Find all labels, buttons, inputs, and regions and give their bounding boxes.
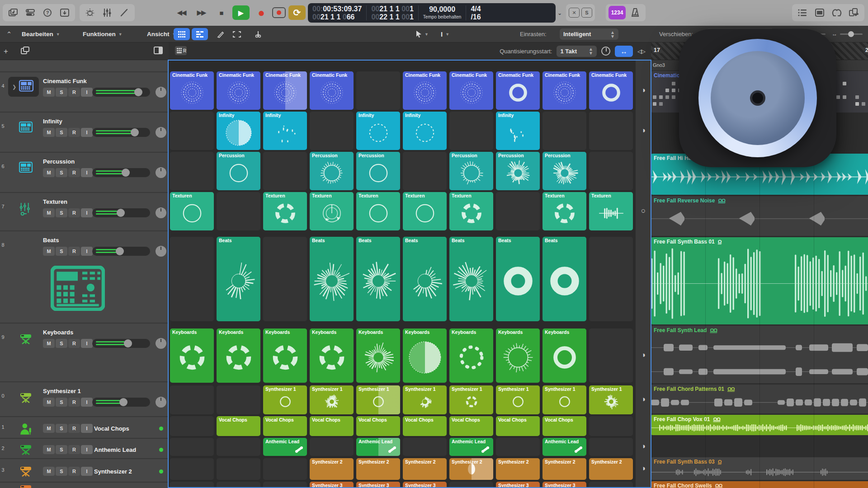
live-loop-cell[interactable]: Infinity [403,112,447,150]
solo-mode-button[interactable]: S [581,8,592,18]
empty-cell-slot[interactable] [589,112,633,150]
live-loop-cell[interactable]: Synthesizer 2 [542,458,586,480]
live-loop-cell[interactable]: Vocal Chops [449,416,493,436]
live-loop-cell[interactable]: Cinematic Funk [449,71,493,110]
duplicate-track-icon[interactable] [21,47,29,56]
empty-cell-slot[interactable] [170,482,214,488]
live-loop-cell[interactable]: Keyboards [449,328,493,383]
live-loop-cell[interactable]: Keyboards [356,328,400,383]
live-loop-cell[interactable]: Synthesizer 3 [542,482,586,488]
quantize-start-dropdown[interactable]: 1 Takt▲▼ [557,46,597,57]
live-loop-cell[interactable]: Percussion [310,152,354,190]
s-button[interactable]: S [56,168,67,177]
s-button[interactable]: S [56,445,67,454]
r-button[interactable]: R [68,467,80,476]
inspector-icon[interactable] [57,6,72,19]
empty-cell-slot[interactable] [310,112,354,150]
live-loop-cell[interactable]: Anthemic Lead [542,438,586,456]
empty-cell-slot[interactable] [170,237,214,321]
empty-cell-slot[interactable] [542,112,586,150]
hide-grid-icon[interactable]: ⌃ [1,28,17,40]
pan-knob[interactable] [156,87,166,98]
empty-cell-slot[interactable] [263,152,307,190]
i-button[interactable]: I [81,398,93,407]
track-header-row[interactable]: 9KeyboardsMSRI [0,323,169,382]
input-monitor-dot[interactable] [159,448,163,452]
empty-cell-slot[interactable] [170,416,214,436]
live-loop-cell[interactable]: Beats [310,237,354,321]
volume-slider[interactable] [92,88,150,97]
live-loop-cell[interactable]: Keyboards [263,328,307,383]
dial-icon[interactable] [82,6,98,19]
horizontal-zoom-slider[interactable]: ↔ [832,31,863,37]
live-loop-cell[interactable]: Vocal Chops [217,416,260,436]
s-button[interactable]: S [56,398,67,407]
live-loop-cell[interactable]: Texturen [170,192,214,230]
expand-columns-button[interactable]: ↔ [615,46,633,57]
live-loop-cell[interactable]: Vocal Chops [310,416,354,436]
m-button[interactable]: M [43,247,55,256]
row-play-indicator[interactable]: ◑ [636,395,651,404]
empty-cell-slot[interactable] [449,112,493,150]
s-button[interactable]: S [56,128,67,137]
empty-cell-slot[interactable] [217,192,260,230]
live-loop-cell[interactable]: Vocal Chops [263,416,307,436]
live-loop-cell[interactable]: Beats [356,237,400,321]
empty-cell-slot[interactable] [217,385,260,414]
live-loop-cell[interactable]: Cinematic Funk [496,71,540,110]
pointer-tool-menu[interactable]: ▼ [416,26,429,42]
live-loop-cell[interactable]: Infinity [496,112,540,150]
track-header-row[interactable]: 0Synthesizer 1MSRI [0,381,169,415]
grid-view-button[interactable] [174,28,190,40]
s-button[interactable]: S [56,88,67,97]
dragged-app-icon[interactable] [679,29,836,167]
live-loop-cell[interactable]: Vocal Chops [403,416,447,436]
i-button[interactable]: I [81,128,93,137]
record-button[interactable]: ● [252,5,269,20]
list-editor-icon[interactable] [795,6,810,19]
live-loop-cell[interactable]: Synthesizer 1 [449,385,493,414]
live-loop-cell[interactable]: Percussion [542,152,586,190]
s-button[interactable]: S [56,247,67,256]
live-loop-cell[interactable]: Keyboards [496,328,540,383]
snap-dropdown[interactable]: Intelligent▲▼ [560,28,618,40]
empty-cell-slot[interactable] [263,237,307,321]
empty-cell-slot[interactable] [170,458,214,480]
i-button[interactable]: I [81,467,93,476]
empty-cell-slot[interactable] [589,152,633,190]
menu-ansicht[interactable]: Ansicht▼ [147,26,176,42]
empty-cell-slot[interactable] [589,237,633,321]
live-loop-cell[interactable]: Synthesizer 1 [403,385,447,414]
m-button[interactable]: M [43,168,55,177]
empty-cell-slot[interactable] [496,192,540,230]
marquee-tool-icon[interactable] [229,28,245,40]
empty-cell-slot[interactable] [589,416,633,436]
metronome-icon[interactable] [627,6,643,19]
i-button[interactable]: I [81,208,93,217]
live-loop-cell[interactable]: Texturen [263,192,307,230]
live-loop-cell[interactable]: Vocal Chops [496,416,540,436]
i-button[interactable]: I [81,168,93,177]
r-button[interactable]: R [68,128,80,137]
live-loop-cell[interactable]: Percussion [217,152,260,190]
volume-slider[interactable] [92,398,150,407]
m-button[interactable]: M [43,467,55,476]
empty-cell-slot[interactable] [403,438,447,456]
pan-knob[interactable] [156,207,166,218]
live-loop-cell[interactable]: Synthesizer 1 [310,385,354,414]
divider-toggle-icon[interactable]: ◁▷ [637,48,645,55]
play-button[interactable]: ▶ [232,5,250,20]
live-loop-cell[interactable]: Cinematic Funk [263,71,307,110]
live-loop-cell[interactable]: Beats [403,237,447,321]
row-play-indicator[interactable]: ◑ [636,86,651,95]
live-loop-cell[interactable]: Infinity [356,112,400,150]
live-loop-cell[interactable]: Beats [542,237,586,321]
live-loop-cell[interactable]: Vocal Chops [356,416,400,436]
live-loop-cell[interactable]: Keyboards [403,328,447,383]
live-loop-cell[interactable]: Texturen [542,192,586,230]
track-header-row[interactable]: 1MSRIVocal Chops [0,416,169,441]
live-loop-cell[interactable]: Cinematic Funk [217,71,260,110]
i-button[interactable]: I [81,445,93,454]
m-button[interactable]: M [43,88,55,97]
lcd-chevron-icon[interactable]: ⌄ [557,10,562,16]
